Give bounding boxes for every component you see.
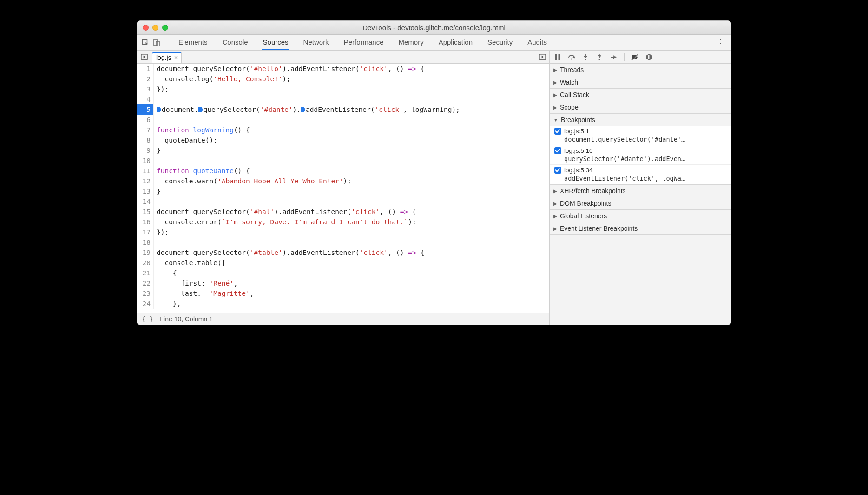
panel-tab-audits[interactable]: Audits	[526, 35, 548, 50]
code-line[interactable]: 1document.querySelector('#hello').addEve…	[137, 64, 549, 74]
line-number[interactable]: 8	[137, 135, 154, 145]
line-number[interactable]: 22	[137, 278, 154, 288]
code-line[interactable]: 13}	[137, 186, 549, 196]
code-line[interactable]: 5document.querySelector('#dante').addEve…	[137, 104, 549, 115]
panel-tab-performance[interactable]: Performance	[343, 35, 385, 50]
line-number[interactable]: 14	[137, 196, 154, 207]
triangle-right-icon: ▶	[553, 189, 557, 194]
section-dom-breakpoints: ▶DOM Breakpoints	[550, 197, 731, 210]
line-number[interactable]: 11	[137, 166, 154, 176]
line-number[interactable]: 24	[137, 299, 154, 309]
line-number[interactable]: 13	[137, 186, 154, 196]
section-header[interactable]: ▶XHR/fetch Breakpoints	[550, 185, 731, 197]
line-number[interactable]: 20	[137, 258, 154, 268]
code-line[interactable]: 10	[137, 156, 549, 166]
section-header[interactable]: ▶DOM Breakpoints	[550, 197, 731, 209]
code-line[interactable]: 9}	[137, 145, 549, 156]
breakpoint-checkbox[interactable]	[554, 147, 561, 154]
section-label: Global Listeners	[560, 212, 607, 220]
line-number[interactable]: 2	[137, 74, 154, 84]
svg-point-9	[599, 59, 600, 60]
line-number[interactable]: 10	[137, 156, 154, 166]
code-line[interactable]: 15document.querySelector('#hal').addEven…	[137, 207, 549, 217]
line-number[interactable]: 15	[137, 207, 154, 217]
section-header[interactable]: ▶Threads	[550, 64, 731, 76]
code-line[interactable]: 6	[137, 115, 549, 125]
deactivate-breakpoints-icon[interactable]	[630, 52, 640, 62]
separator	[624, 53, 625, 61]
section-header[interactable]: ▶Watch	[550, 76, 731, 88]
code-line[interactable]: 8 quoteDante();	[137, 135, 549, 145]
breakpoint-code: querySelector('#dante').addEven…	[554, 155, 727, 163]
breakpoint-item[interactable]: log.js:5:10querySelector('#dante').addEv…	[550, 145, 731, 165]
line-number[interactable]: 3	[137, 84, 154, 94]
code-line[interactable]: 2 console.log('Hello, Console!');	[137, 74, 549, 84]
section-header[interactable]: ▼Breakpoints	[550, 114, 731, 126]
section-header[interactable]: ▶Scope	[550, 101, 731, 113]
line-number[interactable]: 16	[137, 217, 154, 227]
code-line[interactable]: 24 },	[137, 299, 549, 309]
step-icon[interactable]	[608, 52, 618, 62]
line-number[interactable]: 23	[137, 288, 154, 299]
code-line[interactable]: 23 last: 'Magritte',	[137, 288, 549, 299]
more-menu-icon[interactable]: ⋮	[712, 38, 728, 48]
code-editor[interactable]: 1document.querySelector('#hello').addEve…	[137, 64, 549, 313]
navigator-toggle-icon[interactable]	[139, 52, 149, 62]
breakpoint-item[interactable]: log.js:5:1document.querySelector('#dante…	[550, 126, 731, 145]
code-line[interactable]: 18	[137, 237, 549, 248]
triangle-right-icon: ▶	[553, 226, 557, 231]
code-content: function quoteDante() {	[154, 166, 250, 176]
svg-rect-6	[559, 54, 560, 60]
more-tabs-icon[interactable]	[537, 52, 547, 62]
code-line[interactable]: 21 {	[137, 268, 549, 278]
code-line[interactable]: 22 first: 'René',	[137, 278, 549, 288]
line-number[interactable]: 5	[137, 104, 154, 115]
code-content	[154, 156, 157, 166]
panel-tab-security[interactable]: Security	[487, 35, 513, 50]
code-line[interactable]: 12 console.warn('Abandon Hope All Ye Who…	[137, 176, 549, 186]
code-line[interactable]: 16 console.error(`I'm sorry, Dave. I'm a…	[137, 217, 549, 227]
breakpoint-checkbox[interactable]	[554, 167, 561, 174]
line-number[interactable]: 18	[137, 237, 154, 248]
code-line[interactable]: 14	[137, 196, 549, 207]
section-event-listener-breakpoints: ▶Event Listener Breakpoints	[550, 222, 731, 235]
line-number[interactable]: 7	[137, 125, 154, 135]
line-number[interactable]: 21	[137, 268, 154, 278]
panel-tab-network[interactable]: Network	[302, 35, 330, 50]
pretty-print-icon[interactable]: { }	[142, 315, 153, 323]
section-header[interactable]: ▶Global Listeners	[550, 210, 731, 222]
pause-icon[interactable]	[552, 52, 563, 62]
section-header[interactable]: ▶Event Listener Breakpoints	[550, 222, 731, 234]
code-line[interactable]: 11function quoteDante() {	[137, 166, 549, 176]
line-number[interactable]: 9	[137, 145, 154, 156]
step-over-icon[interactable]	[566, 52, 577, 62]
line-number[interactable]: 12	[137, 176, 154, 186]
close-tab-icon[interactable]: ×	[174, 54, 178, 61]
panel-tab-application[interactable]: Application	[438, 35, 473, 50]
line-number[interactable]: 17	[137, 227, 154, 237]
line-number[interactable]: 4	[137, 94, 154, 104]
code-line[interactable]: 19document.querySelector('#table').addEv…	[137, 248, 549, 258]
line-number[interactable]: 6	[137, 115, 154, 125]
panel-tab-elements[interactable]: Elements	[178, 35, 209, 50]
code-line[interactable]: 20 console.table([	[137, 258, 549, 268]
section-header[interactable]: ▶Call Stack	[550, 89, 731, 101]
panel-tab-sources[interactable]: Sources	[262, 35, 289, 50]
step-into-icon[interactable]	[580, 52, 591, 62]
panel-tab-console[interactable]: Console	[222, 35, 249, 50]
pause-on-exceptions-icon[interactable]	[644, 52, 654, 62]
code-line[interactable]: 17});	[137, 227, 549, 237]
inspect-icon[interactable]	[140, 37, 151, 48]
breakpoint-checkbox[interactable]	[554, 128, 561, 135]
line-number[interactable]: 1	[137, 64, 154, 74]
code-content: console.table([	[154, 258, 225, 268]
file-tab-logjs[interactable]: log.js ×	[152, 52, 182, 63]
device-toolbar-icon[interactable]	[151, 37, 162, 48]
code-line[interactable]: 7function logWarning() {	[137, 125, 549, 135]
line-number[interactable]: 19	[137, 248, 154, 258]
code-line[interactable]: 4	[137, 94, 549, 104]
breakpoint-item[interactable]: log.js:5:34addEventListener('click', log…	[550, 165, 731, 184]
panel-tab-memory[interactable]: Memory	[398, 35, 425, 50]
code-line[interactable]: 3});	[137, 84, 549, 94]
step-out-icon[interactable]	[594, 52, 605, 62]
